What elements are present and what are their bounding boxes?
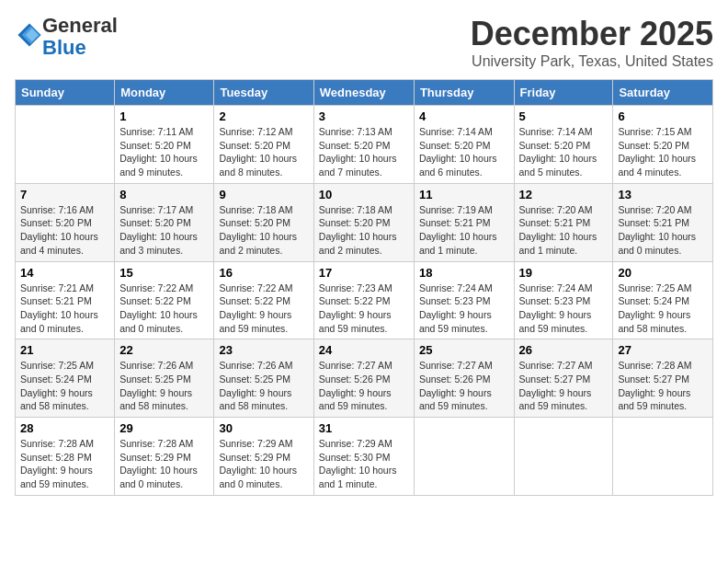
day-number: 27 xyxy=(618,343,708,357)
page-header: General Blue December 2025 University Pa… xyxy=(15,15,713,70)
day-info: Sunrise: 7:29 AMSunset: 5:30 PMDaylight:… xyxy=(319,437,409,491)
day-number: 17 xyxy=(319,266,409,280)
day-number: 30 xyxy=(219,421,308,435)
day-info: Sunrise: 7:17 AMSunset: 5:20 PMDaylight:… xyxy=(119,203,209,258)
day-number: 13 xyxy=(618,188,708,201)
calendar-cell: 2Sunrise: 7:12 AMSunset: 5:20 PMDaylight… xyxy=(214,106,313,184)
day-info: Sunrise: 7:14 AMSunset: 5:20 PMDaylight:… xyxy=(519,125,609,179)
calendar-body: 1Sunrise: 7:11 AMSunset: 5:20 PMDaylight… xyxy=(16,106,713,496)
day-info: Sunrise: 7:28 AMSunset: 5:28 PMDaylight:… xyxy=(20,437,109,491)
col-header-thursday: Thursday xyxy=(414,80,514,106)
calendar-cell: 24Sunrise: 7:27 AMSunset: 5:26 PMDayligh… xyxy=(313,339,414,418)
day-number: 31 xyxy=(319,421,409,435)
calendar-week-2: 7Sunrise: 7:16 AMSunset: 5:20 PMDaylight… xyxy=(16,183,713,261)
calendar-cell: 29Sunrise: 7:28 AMSunset: 5:29 PMDayligh… xyxy=(115,418,214,496)
logo: General Blue xyxy=(15,15,118,59)
calendar-cell: 12Sunrise: 7:20 AMSunset: 5:21 PMDayligh… xyxy=(514,183,613,261)
calendar-cell: 21Sunrise: 7:25 AMSunset: 5:24 PMDayligh… xyxy=(16,339,115,418)
col-header-monday: Monday xyxy=(115,80,214,106)
calendar-cell: 3Sunrise: 7:13 AMSunset: 5:20 PMDaylight… xyxy=(313,106,414,184)
day-info: Sunrise: 7:27 AMSunset: 5:27 PMDaylight:… xyxy=(519,359,609,413)
calendar-cell: 15Sunrise: 7:22 AMSunset: 5:22 PMDayligh… xyxy=(115,261,214,339)
day-info: Sunrise: 7:29 AMSunset: 5:29 PMDaylight:… xyxy=(219,437,308,491)
day-number: 2 xyxy=(219,109,308,123)
calendar-cell: 25Sunrise: 7:27 AMSunset: 5:26 PMDayligh… xyxy=(414,339,514,418)
calendar-week-3: 14Sunrise: 7:21 AMSunset: 5:21 PMDayligh… xyxy=(16,261,713,339)
calendar-cell: 26Sunrise: 7:27 AMSunset: 5:27 PMDayligh… xyxy=(514,339,613,418)
day-info: Sunrise: 7:11 AMSunset: 5:20 PMDaylight:… xyxy=(119,125,209,179)
day-number: 12 xyxy=(519,188,609,201)
calendar-cell xyxy=(16,106,115,184)
day-number: 4 xyxy=(419,109,509,123)
day-info: Sunrise: 7:20 AMSunset: 5:21 PMDaylight:… xyxy=(519,203,609,258)
day-info: Sunrise: 7:19 AMSunset: 5:21 PMDaylight:… xyxy=(419,203,509,258)
calendar-cell xyxy=(613,418,713,496)
calendar-cell: 7Sunrise: 7:16 AMSunset: 5:20 PMDaylight… xyxy=(16,183,115,261)
day-number: 1 xyxy=(119,109,209,123)
day-number: 26 xyxy=(519,343,609,357)
calendar-cell: 4Sunrise: 7:14 AMSunset: 5:20 PMDaylight… xyxy=(414,106,514,184)
day-number: 14 xyxy=(20,266,109,280)
calendar-cell: 14Sunrise: 7:21 AMSunset: 5:21 PMDayligh… xyxy=(16,261,115,339)
title-block: December 2025 University Park, Texas, Un… xyxy=(471,15,713,70)
calendar-cell: 13Sunrise: 7:20 AMSunset: 5:21 PMDayligh… xyxy=(613,183,713,261)
col-header-sunday: Sunday xyxy=(16,80,115,106)
day-info: Sunrise: 7:13 AMSunset: 5:20 PMDaylight:… xyxy=(319,125,409,179)
day-info: Sunrise: 7:24 AMSunset: 5:23 PMDaylight:… xyxy=(419,282,509,336)
calendar-cell: 31Sunrise: 7:29 AMSunset: 5:30 PMDayligh… xyxy=(313,418,414,496)
day-number: 7 xyxy=(20,188,109,201)
day-info: Sunrise: 7:16 AMSunset: 5:20 PMDaylight:… xyxy=(20,203,109,258)
day-info: Sunrise: 7:12 AMSunset: 5:20 PMDaylight:… xyxy=(219,125,308,179)
day-info: Sunrise: 7:28 AMSunset: 5:29 PMDaylight:… xyxy=(119,437,209,491)
day-number: 11 xyxy=(419,188,509,201)
calendar-cell: 8Sunrise: 7:17 AMSunset: 5:20 PMDaylight… xyxy=(115,183,214,261)
day-info: Sunrise: 7:26 AMSunset: 5:25 PMDaylight:… xyxy=(219,359,308,413)
day-number: 25 xyxy=(419,343,509,357)
day-number: 6 xyxy=(618,109,708,123)
day-info: Sunrise: 7:15 AMSunset: 5:20 PMDaylight:… xyxy=(618,125,708,179)
calendar-cell: 30Sunrise: 7:29 AMSunset: 5:29 PMDayligh… xyxy=(214,418,313,496)
day-info: Sunrise: 7:24 AMSunset: 5:23 PMDaylight:… xyxy=(519,282,609,336)
day-number: 19 xyxy=(519,266,609,280)
day-number: 20 xyxy=(618,266,708,280)
calendar-cell: 28Sunrise: 7:28 AMSunset: 5:28 PMDayligh… xyxy=(16,418,115,496)
logo-icon xyxy=(17,22,42,48)
day-info: Sunrise: 7:18 AMSunset: 5:20 PMDaylight:… xyxy=(319,203,409,258)
day-info: Sunrise: 7:27 AMSunset: 5:26 PMDaylight:… xyxy=(419,359,509,413)
day-number: 24 xyxy=(319,343,409,357)
day-info: Sunrise: 7:28 AMSunset: 5:27 PMDaylight:… xyxy=(618,359,708,413)
calendar-cell: 17Sunrise: 7:23 AMSunset: 5:22 PMDayligh… xyxy=(313,261,414,339)
day-number: 28 xyxy=(20,421,109,435)
col-header-friday: Friday xyxy=(514,80,613,106)
day-number: 22 xyxy=(119,343,209,357)
calendar-header-row: SundayMondayTuesdayWednesdayThursdayFrid… xyxy=(16,80,713,106)
calendar-cell: 6Sunrise: 7:15 AMSunset: 5:20 PMDaylight… xyxy=(613,106,713,184)
calendar-cell: 9Sunrise: 7:18 AMSunset: 5:20 PMDaylight… xyxy=(214,183,313,261)
day-info: Sunrise: 7:27 AMSunset: 5:26 PMDaylight:… xyxy=(319,359,409,413)
calendar-cell: 1Sunrise: 7:11 AMSunset: 5:20 PMDaylight… xyxy=(115,106,214,184)
day-number: 21 xyxy=(20,343,109,357)
calendar-cell: 19Sunrise: 7:24 AMSunset: 5:23 PMDayligh… xyxy=(514,261,613,339)
day-info: Sunrise: 7:21 AMSunset: 5:21 PMDaylight:… xyxy=(20,282,109,336)
month-title: December 2025 xyxy=(471,15,713,53)
day-number: 5 xyxy=(519,109,609,123)
calendar-cell: 10Sunrise: 7:18 AMSunset: 5:20 PMDayligh… xyxy=(313,183,414,261)
day-number: 16 xyxy=(219,266,308,280)
calendar-cell: 5Sunrise: 7:14 AMSunset: 5:20 PMDaylight… xyxy=(514,106,613,184)
calendar-week-1: 1Sunrise: 7:11 AMSunset: 5:20 PMDaylight… xyxy=(16,106,713,184)
calendar-week-4: 21Sunrise: 7:25 AMSunset: 5:24 PMDayligh… xyxy=(16,339,713,418)
day-info: Sunrise: 7:25 AMSunset: 5:24 PMDaylight:… xyxy=(618,282,708,336)
calendar-cell: 22Sunrise: 7:26 AMSunset: 5:25 PMDayligh… xyxy=(115,339,214,418)
col-header-tuesday: Tuesday xyxy=(214,80,313,106)
calendar-cell: 18Sunrise: 7:24 AMSunset: 5:23 PMDayligh… xyxy=(414,261,514,339)
day-info: Sunrise: 7:26 AMSunset: 5:25 PMDaylight:… xyxy=(119,359,209,413)
day-info: Sunrise: 7:14 AMSunset: 5:20 PMDaylight:… xyxy=(419,125,509,179)
day-info: Sunrise: 7:25 AMSunset: 5:24 PMDaylight:… xyxy=(20,359,109,413)
calendar-week-5: 28Sunrise: 7:28 AMSunset: 5:28 PMDayligh… xyxy=(16,418,713,496)
calendar-cell xyxy=(414,418,514,496)
day-info: Sunrise: 7:22 AMSunset: 5:22 PMDaylight:… xyxy=(119,282,209,336)
day-info: Sunrise: 7:23 AMSunset: 5:22 PMDaylight:… xyxy=(319,282,409,336)
calendar-table: SundayMondayTuesdayWednesdayThursdayFrid… xyxy=(15,79,713,496)
day-number: 23 xyxy=(219,343,308,357)
calendar-cell xyxy=(514,418,613,496)
